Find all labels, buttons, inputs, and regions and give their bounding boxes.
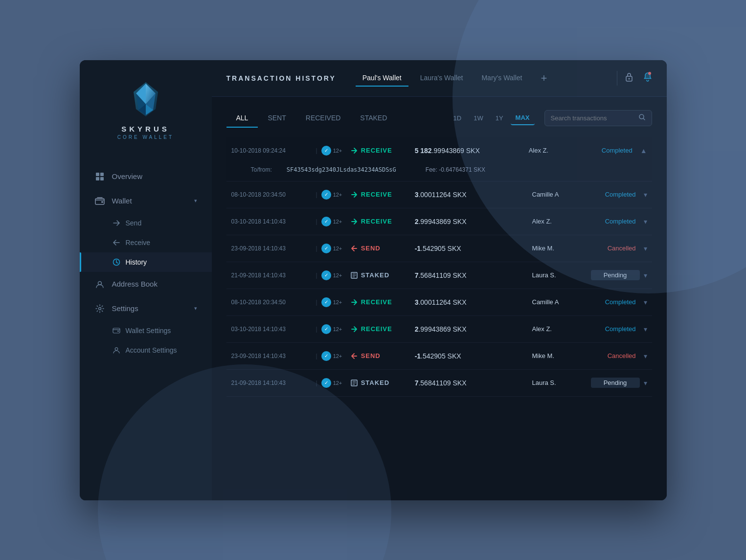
lock-icon[interactable] [625,72,633,84]
tx-separator: | [316,272,317,279]
tx-type-direction-icon [349,189,360,200]
tx-datetime: 03-10-2018 14:10:43 [231,326,312,333]
wallet-tab-lauras[interactable]: Laura's Wallet [413,70,470,87]
filter-tab-sent[interactable]: SENT [258,109,295,128]
settings-chevron-icon: ▾ [194,305,197,312]
tx-main-row[interactable]: 10-10-2018 09:24:24 | ✓ 12+ RECEIVE 5 18… [226,137,652,164]
tx-amount-bold: -1 [415,245,421,252]
sidebar-item-receive[interactable]: Receive [80,233,212,252]
wallet-icon [94,196,105,206]
sidebar-item-send[interactable]: Send [80,213,212,233]
tx-expand-chevron-icon[interactable]: ▲ [640,147,647,155]
logo-area: SKYRUS CORE WALLET [80,60,212,155]
tx-separator: | [316,326,317,333]
tx-confirms: 12+ [333,380,347,386]
tx-main-row[interactable]: 23-09-2018 14:10:43 | ✓ 12+ SEND -1.5429… [226,235,652,262]
transaction-row: 21-09-2018 14:10:43 | ✓ 12+ STAKED 7.568… [226,370,652,397]
tx-type-label: SEND [361,352,400,359]
tx-expand-chevron-icon[interactable]: ▾ [644,352,647,360]
svg-point-18 [115,347,118,350]
tx-expand-chevron-icon[interactable]: ▾ [644,245,647,252]
sidebar-item-wallet[interactable]: Wallet ▾ [80,189,212,213]
tx-datetime: 23-09-2018 14:10:43 [231,353,312,359]
svg-rect-7 [96,173,99,176]
tx-amount-bold: 5 182 [415,147,432,155]
tx-type-direction-icon [349,216,360,227]
sidebar-item-address-book[interactable]: Address Book [80,272,212,296]
time-btn-max[interactable]: MAX [511,111,535,125]
transaction-row: 21-09-2018 14:10:43 | ✓ 12+ STAKED 7.568… [226,262,652,289]
wallet-chevron-icon: ▾ [194,198,197,204]
add-wallet-button[interactable]: + [536,69,552,87]
filter-tab-received[interactable]: RECEIVED [296,109,351,128]
time-filters: 1D 1W 1Y MAX [449,111,535,125]
top-bar-icons [625,72,652,84]
tx-amount-bold: 2 [415,218,419,225]
sidebar-item-overview[interactable]: Overview [80,164,212,189]
tx-amount: -1.542905 SKX [400,245,532,252]
time-btn-1y[interactable]: 1Y [491,112,508,125]
tx-expand-chevron-icon[interactable]: ▾ [644,325,647,333]
tx-type-label: STAKED [361,271,400,279]
svg-rect-16 [113,328,120,333]
tx-confirms: 12+ [333,272,347,278]
time-btn-1d[interactable]: 1D [449,112,467,125]
top-bar-separator [617,71,617,86]
tx-confirms: 12+ [333,299,347,305]
tx-verify-icon: ✓ [321,378,331,388]
sidebar-item-account-settings-label: Account Settings [126,346,177,354]
tx-expand-chevron-icon[interactable]: ▾ [644,379,647,387]
sidebar-item-settings[interactable]: Settings ▾ [80,296,212,321]
sidebar-item-history[interactable]: History [80,252,212,272]
time-btn-1w[interactable]: 1W [469,112,488,125]
wallet-tab-marys[interactable]: Mary's Wallet [475,70,529,87]
tx-contact: Alex Z. [532,325,591,333]
sidebar-item-wallet-settings[interactable]: Wallet Settings [80,321,212,340]
tx-separator: | [316,245,317,252]
sidebar-item-account-settings[interactable]: Account Settings [80,340,212,360]
svg-rect-9 [96,177,99,180]
tx-amount: -1.542905 SKX [400,352,532,360]
notifications-icon[interactable] [643,72,652,84]
tx-type-label: RECEIVE [361,298,400,306]
filter-tab-staked[interactable]: STAKED [350,109,397,128]
send-arrow-icon [112,219,121,227]
tx-type-direction-icon [349,324,360,335]
tx-detail: To/from: SF43543sdg2340JLsdas34234ASDSsG… [226,164,652,181]
sidebar-item-address-book-label: Address Book [112,280,158,288]
search-icon[interactable] [639,114,646,122]
tx-amount-bold: 7 [415,379,419,387]
account-settings-icon [112,346,121,355]
tx-confirms: 12+ [333,192,347,198]
tx-type-label: STAKED [361,379,400,386]
tx-main-row[interactable]: 08-10-2018 20:34:50 | ✓ 12+ RECEIVE 3.00… [226,181,652,208]
tx-amount-bold: 3 [415,191,419,199]
filter-tab-all[interactable]: ALL [226,109,258,128]
svg-rect-17 [117,331,119,332]
tx-verify-icon: ✓ [321,270,331,280]
tx-main-row[interactable]: 21-09-2018 14:10:43 | ✓ 12+ STAKED 7.568… [226,370,652,396]
tx-main-row[interactable]: 03-10-2018 14:10:43 | ✓ 12+ RECEIVE 2.99… [226,208,652,235]
tx-contact: Alex Z. [532,218,591,225]
wallet-settings-icon [112,326,121,335]
tx-separator: | [316,147,317,154]
svg-rect-10 [100,177,104,180]
tx-expand-chevron-icon[interactable]: ▾ [644,298,647,306]
tx-expand-chevron-icon[interactable]: ▾ [644,218,647,225]
tx-status-badge: Cancelled [591,352,640,359]
tx-expand-chevron-icon[interactable]: ▾ [644,191,647,199]
tx-confirms: 12+ [333,353,347,359]
tx-amount: 3.00011264 SKX [400,191,532,199]
tx-datetime: 08-10-2018 20:34:50 [231,191,312,198]
wallet-tab-pauls[interactable]: Paul's Wallet [356,70,408,87]
tx-main-row[interactable]: 23-09-2018 14:10:43 | ✓ 12+ SEND -1.5429… [226,343,652,369]
tx-type-label: SEND [361,245,400,252]
search-input[interactable] [551,114,639,122]
page-title: TRANSACTION HISTORY [226,74,336,82]
tx-expand-chevron-icon[interactable]: ▾ [644,271,647,279]
tx-main-row[interactable]: 21-09-2018 14:10:43 | ✓ 12+ STAKED 7.568… [226,262,652,289]
sidebar-item-overview-label: Overview [112,172,143,180]
transaction-row: 03-10-2018 14:10:43 | ✓ 12+ RECEIVE 2.99… [226,208,652,235]
tx-main-row[interactable]: 03-10-2018 14:10:43 | ✓ 12+ RECEIVE 2.99… [226,316,652,342]
tx-main-row[interactable]: 08-10-2018 20:34:50 | ✓ 12+ RECEIVE 3.00… [226,289,652,315]
